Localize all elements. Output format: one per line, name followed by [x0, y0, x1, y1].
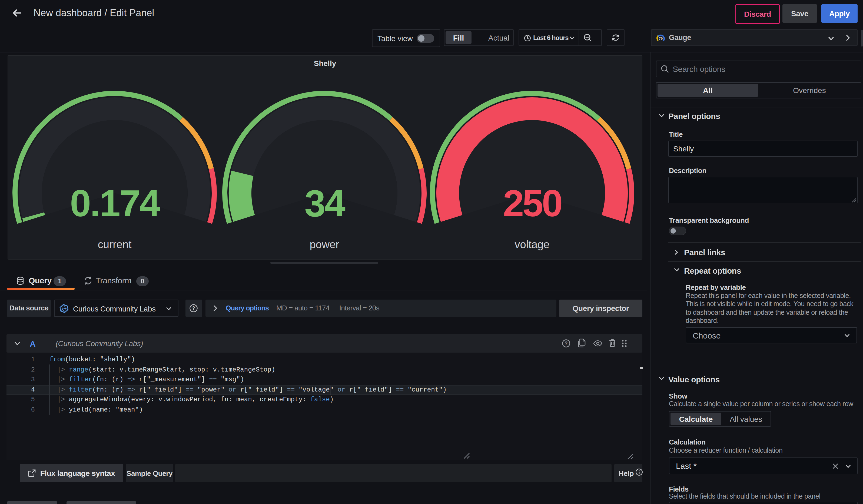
- svg-text:?: ?: [565, 341, 568, 346]
- svg-text:79: 79: [659, 36, 663, 40]
- svg-text:?: ?: [192, 305, 195, 311]
